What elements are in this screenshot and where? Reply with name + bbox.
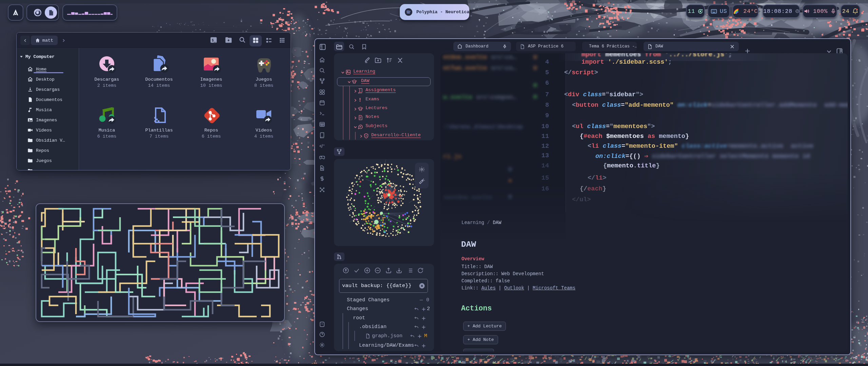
svg-text:$_: $_ [212, 38, 216, 42]
